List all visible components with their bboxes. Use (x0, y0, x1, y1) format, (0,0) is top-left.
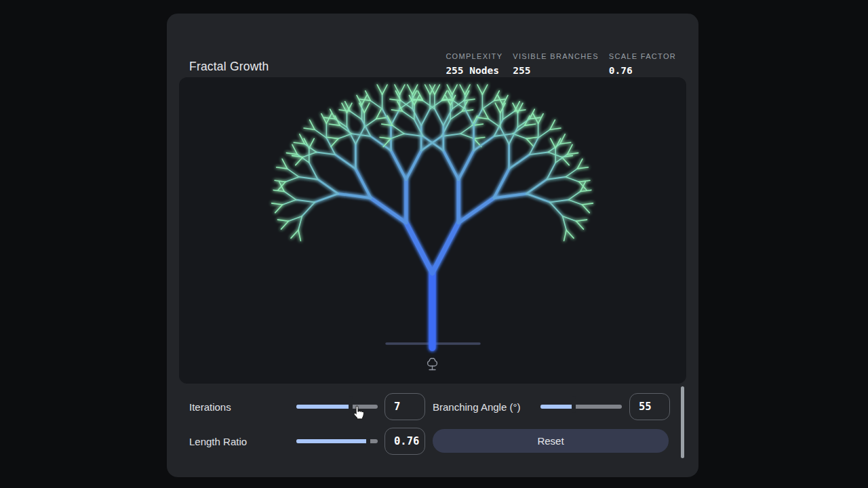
length-ratio-slider[interactable] (296, 428, 378, 455)
fractal-tree (272, 85, 593, 348)
stat-label: SCALE FACTOR (609, 52, 676, 60)
desktop-background: Fractal Growth COMPLEXITY 255 Nodes VISI… (0, 0, 868, 488)
fractal-tree-svg (179, 77, 686, 384)
branching-angle-label: Branching Angle (°) (433, 393, 520, 420)
controls-row-1: Iterations 7 Branching Angle (°) 55 (167, 393, 698, 420)
controls-row-2: Length Ratio 0.76 Reset (167, 428, 698, 455)
iterations-slider[interactable] (296, 393, 378, 420)
stat-complexity: COMPLEXITY 255 Nodes (446, 52, 502, 76)
length-ratio-value-box[interactable]: 0.76 (384, 428, 425, 455)
stats-bar: COMPLEXITY 255 Nodes VISIBLE BRANCHES 25… (446, 52, 676, 76)
slider-track-fill[interactable] (540, 405, 574, 409)
slider-thumb[interactable] (349, 396, 353, 413)
stat-value: 255 (513, 65, 599, 76)
slider-track-fill[interactable] (296, 439, 368, 443)
branching-angle-value-box[interactable]: 55 (629, 393, 670, 420)
stat-value: 0.76 (609, 65, 676, 76)
slider-thumb[interactable] (572, 396, 576, 413)
scrollbar-thumb[interactable] (681, 386, 684, 458)
length-ratio-label: Length Ratio (189, 428, 247, 455)
stat-visible-branches: VISIBLE BRANCHES 255 (513, 52, 599, 76)
tree-icon (428, 359, 437, 370)
reset-button[interactable]: Reset (433, 429, 669, 453)
stat-label: VISIBLE BRANCHES (513, 52, 599, 60)
stat-scale-factor: SCALE FACTOR 0.76 (609, 52, 676, 76)
slider-track-fill[interactable] (296, 405, 351, 409)
branching-angle-slider[interactable] (540, 393, 622, 420)
iterations-label: Iterations (189, 393, 231, 420)
app-title: Fractal Growth (189, 60, 269, 74)
stat-label: COMPLEXITY (446, 52, 502, 60)
stat-value: 255 Nodes (446, 65, 502, 76)
fractal-canvas (179, 77, 686, 384)
slider-thumb[interactable] (366, 431, 370, 447)
iterations-value-box[interactable]: 7 (384, 393, 425, 420)
app-card: Fractal Growth COMPLEXITY 255 Nodes VISI… (167, 14, 698, 477)
